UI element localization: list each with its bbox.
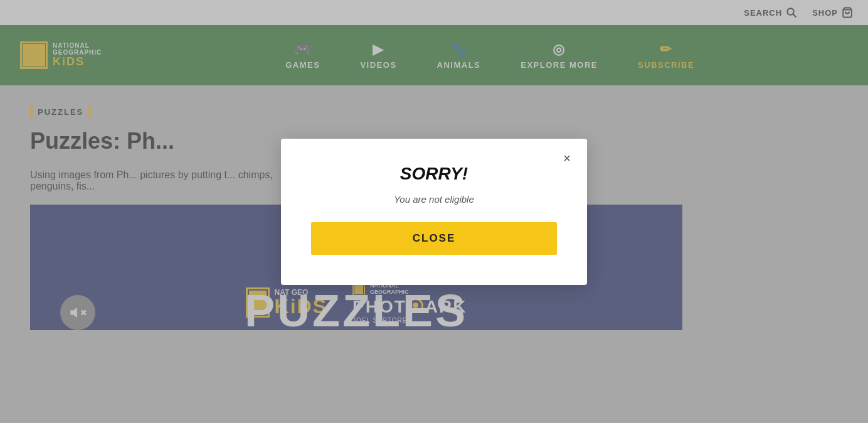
close-x-icon: × [563,151,571,166]
modal-overlay: × SORRY! You are not eligible CLOSE [0,0,868,423]
modal: × SORRY! You are not eligible CLOSE [281,139,587,285]
modal-close-label: CLOSE [413,232,456,244]
modal-close-button[interactable]: CLOSE [311,222,557,255]
modal-title: SORRY! [400,164,468,184]
modal-close-x-button[interactable]: × [557,149,577,169]
modal-subtitle: You are not eligible [394,194,474,205]
